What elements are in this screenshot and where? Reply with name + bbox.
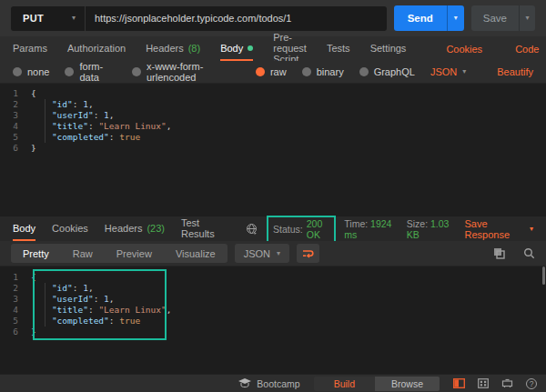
panes-layout-icon[interactable] bbox=[478, 378, 489, 388]
code-line: 3 "userId": 1, bbox=[0, 294, 546, 305]
workspace-mode-switch: Build Browse bbox=[314, 377, 440, 391]
code-line: 5 "completed": true bbox=[0, 316, 546, 327]
headers-count-badge: (8) bbox=[188, 43, 200, 54]
tab-authorization[interactable]: Authorization bbox=[67, 36, 126, 61]
radio-binary[interactable]: binary bbox=[302, 66, 344, 77]
code-line: 1{ bbox=[0, 88, 546, 99]
subtab-preview[interactable]: Preview bbox=[105, 244, 164, 263]
radio-icon bbox=[132, 67, 141, 76]
code-line: 6} bbox=[0, 143, 546, 154]
method-dropdown[interactable]: PUT ▾ bbox=[11, 6, 86, 31]
body-format-dropdown[interactable]: JSON▾ bbox=[430, 66, 466, 77]
scrollbar-thumb[interactable] bbox=[542, 266, 545, 285]
subtab-pretty[interactable]: Pretty bbox=[11, 244, 61, 263]
code-line: 4 "title": "Learn Linux", bbox=[0, 305, 546, 316]
send-button[interactable]: Send bbox=[394, 5, 447, 31]
copy-icon[interactable] bbox=[493, 247, 505, 259]
cookies-link[interactable]: Cookies bbox=[446, 36, 482, 61]
request-tabs: Params Authorization Headers(8) Body Pre… bbox=[0, 36, 546, 61]
wrap-line-button[interactable] bbox=[297, 244, 319, 263]
radio-icon bbox=[302, 67, 311, 76]
status-value: 200 OK bbox=[307, 218, 330, 240]
response-tab-body[interactable]: Body bbox=[13, 216, 35, 241]
two-pane-view-icon[interactable] bbox=[453, 378, 465, 388]
help-icon[interactable]: ? bbox=[526, 378, 537, 389]
code-line: 5 "completed": true bbox=[0, 132, 546, 143]
code-line: 2 "id": 1, bbox=[0, 99, 546, 110]
chevron-down-icon: ▾ bbox=[525, 15, 529, 22]
save-button-group: Save ▾ bbox=[471, 5, 535, 31]
response-tab-test-results[interactable]: Test Results bbox=[181, 216, 229, 241]
tab-params[interactable]: Params bbox=[13, 36, 47, 61]
indent-guide bbox=[45, 99, 46, 143]
search-icon[interactable] bbox=[523, 247, 535, 259]
tab-settings[interactable]: Settings bbox=[370, 36, 407, 61]
send-button-group: Send ▾ bbox=[394, 5, 464, 31]
tab-body[interactable]: Body bbox=[220, 36, 253, 61]
response-headers-count-badge: (23) bbox=[147, 223, 165, 234]
code-line: 6} bbox=[0, 327, 546, 337]
save-response-button[interactable]: Save Response ▾ bbox=[465, 218, 533, 240]
footer-icons: ? bbox=[453, 378, 537, 389]
radio-icon bbox=[65, 67, 74, 76]
radio-icon bbox=[359, 67, 369, 76]
body-type-selector: none form-data x-www-form-urlencoded raw… bbox=[0, 61, 546, 83]
body-modified-dot bbox=[248, 45, 253, 51]
radio-raw[interactable]: raw bbox=[256, 66, 287, 77]
chevron-down-icon: ▾ bbox=[277, 250, 280, 257]
code-line: 2 "id": 1, bbox=[0, 283, 546, 294]
response-tab-headers[interactable]: Headers(23) bbox=[105, 216, 165, 241]
chevron-down-icon: ▾ bbox=[530, 226, 533, 233]
size-metric: Size: 1.03 KB bbox=[407, 218, 457, 240]
radio-form-data[interactable]: form-data bbox=[65, 61, 116, 83]
radio-none[interactable]: none bbox=[13, 66, 49, 77]
save-button[interactable]: Save bbox=[471, 5, 519, 31]
postman-window: PUT ▾ Send ▾ Save ▾ Params Authorization… bbox=[0, 0, 546, 392]
tab-pre-request-script[interactable]: Pre-request Script bbox=[273, 36, 307, 61]
wrap-line-icon bbox=[302, 248, 314, 259]
indent-guide bbox=[45, 283, 46, 327]
method-label: PUT bbox=[23, 13, 44, 24]
code-link[interactable]: Code bbox=[515, 36, 539, 61]
status-label: Status: bbox=[273, 224, 303, 235]
radio-icon bbox=[13, 67, 22, 76]
chevron-down-icon: ▾ bbox=[462, 68, 466, 75]
radio-x-www-form-urlencoded[interactable]: x-www-form-urlencoded bbox=[132, 61, 240, 83]
url-container: PUT ▾ bbox=[11, 6, 387, 31]
bootcamp-button[interactable]: Bootcamp bbox=[238, 378, 299, 389]
chevron-down-icon: ▾ bbox=[72, 15, 76, 22]
graduation-cap-icon bbox=[238, 378, 251, 388]
status-annotation-box: Status: 200 OK bbox=[267, 216, 336, 243]
footer-status-bar: Bootcamp Build Browse bbox=[0, 374, 546, 392]
network-globe-icon[interactable] bbox=[246, 223, 258, 236]
response-tab-cookies[interactable]: Cookies bbox=[52, 216, 88, 241]
response-body-viewer[interactable]: 1{2 "id": 1,3 "userId": 1,4 "title": "Le… bbox=[0, 266, 546, 374]
time-metric: Time: 1924 ms bbox=[344, 218, 398, 240]
beautify-link[interactable]: Beautify bbox=[497, 66, 533, 77]
response-meta: Status: 200 OK Time: 1924 ms Size: 1.03 … bbox=[246, 216, 533, 241]
tab-headers[interactable]: Headers(8) bbox=[146, 36, 200, 61]
browse-mode-button[interactable]: Browse bbox=[375, 377, 440, 391]
tab-tests[interactable]: Tests bbox=[327, 36, 350, 61]
chevron-down-icon: ▾ bbox=[454, 15, 458, 22]
code-line: 3 "userId": 1, bbox=[0, 110, 546, 121]
code-line: 4 "title": "Learn Linux", bbox=[0, 121, 546, 132]
subtab-visualize[interactable]: Visualize bbox=[164, 244, 228, 263]
console-icon[interactable] bbox=[501, 378, 513, 388]
build-mode-button[interactable]: Build bbox=[314, 377, 375, 391]
save-options-button[interactable]: ▾ bbox=[519, 5, 535, 31]
url-input[interactable] bbox=[86, 13, 387, 24]
code-line: 1{ bbox=[0, 272, 546, 283]
response-view-tabs: Pretty Raw Preview Visualize bbox=[11, 244, 228, 263]
request-body-editor[interactable]: 1{2 "id": 1,3 "userId": 1,4 "title": "Le… bbox=[0, 83, 546, 216]
response-format-dropdown[interactable]: JSON ▾ bbox=[235, 244, 289, 263]
response-header: Body Cookies Headers(23) Test Results St… bbox=[0, 216, 546, 241]
radio-graphql[interactable]: GraphQL bbox=[359, 66, 415, 77]
radio-selected-icon bbox=[256, 67, 265, 76]
subtab-raw[interactable]: Raw bbox=[61, 244, 105, 263]
send-options-button[interactable]: ▾ bbox=[447, 5, 464, 31]
response-view-toolbar: Pretty Raw Preview Visualize JSON ▾ bbox=[0, 241, 546, 266]
